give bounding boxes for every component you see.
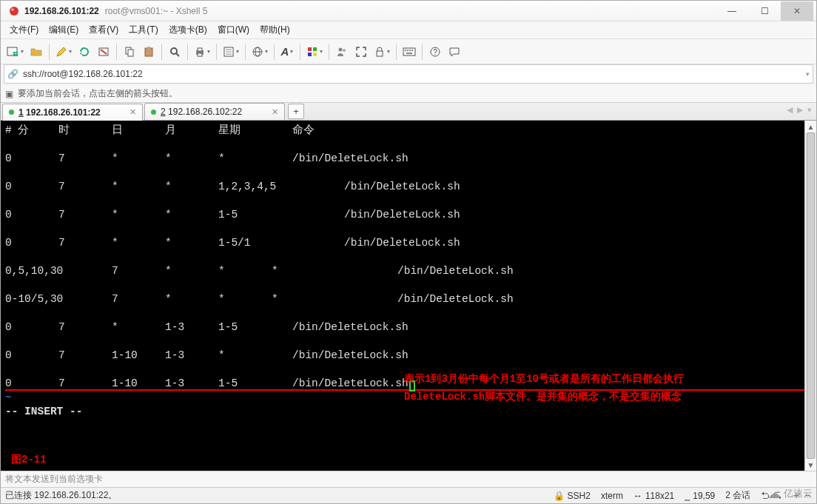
add-tab-button[interactable]: +	[288, 104, 304, 119]
input-prompt[interactable]: 将文本发送到当前选项卡	[1, 471, 816, 487]
svg-point-27	[339, 47, 343, 51]
maximize-button[interactable]: ☐	[748, 1, 781, 21]
svg-text:?: ?	[433, 48, 437, 56]
svg-line-12	[176, 53, 179, 56]
tab-next-icon[interactable]: ▶	[797, 105, 803, 115]
svg-rect-34	[411, 50, 413, 51]
lock-button[interactable]: ▾	[371, 42, 392, 61]
keyboard-button[interactable]	[400, 42, 418, 61]
status-dot-icon	[151, 110, 156, 115]
status-bar: 已连接 192.168.26.101:22。 🔒SSH2 xterm ↔ 118…	[1, 487, 816, 503]
chat-button[interactable]	[446, 42, 463, 61]
tab-2-close-icon[interactable]: ✕	[272, 107, 278, 117]
svg-rect-10	[147, 47, 150, 49]
color-button[interactable]: ▾	[304, 42, 325, 61]
help-button[interactable]: ?	[426, 42, 444, 61]
app-window: 192.168.26.101:22 root@vms001:~ - Xshell…	[0, 0, 817, 504]
svg-rect-26	[313, 53, 317, 56]
lock-icon: 🔒	[554, 491, 565, 501]
status-sessions: 2 会话	[725, 489, 750, 502]
toolbar: +▾ ▾ ▾ ▾ ▾ A▾ ▾ ▾ ?	[1, 39, 816, 64]
cron-row: 07***/bin/DeleteLock.sh	[5, 152, 804, 166]
svg-point-11	[171, 48, 177, 54]
status-arrows[interactable]: ⮌ ⮎	[761, 491, 781, 501]
reconnect-button[interactable]	[75, 42, 93, 61]
titlebar: 192.168.26.101:22 root@vms001:~ - Xshell…	[1, 1, 816, 21]
cron-row: 0-10/5,307***/bin/DeleteLock.sh	[5, 292, 804, 306]
menu-file[interactable]: 文件(F)	[5, 22, 43, 38]
fullscreen-button[interactable]	[352, 42, 370, 61]
svg-rect-35	[406, 53, 412, 54]
cron-row: 071-101-3*/bin/DeleteLock.sh	[5, 349, 804, 363]
tab-2[interactable]: 2 192.168.26.102:22 ✕	[144, 103, 285, 120]
prompt-text: 将文本发送到当前选项卡	[5, 473, 103, 485]
hint-bar: ▣ 要添加当前会话，点击左侧的箭头按钮。	[1, 85, 816, 103]
menu-tools[interactable]: 工具(T)	[124, 22, 162, 38]
app-icon	[8, 5, 20, 17]
minimize-button[interactable]: —	[716, 1, 748, 21]
svg-point-1	[11, 8, 14, 11]
annotation-text: 表示1到3月份中每个月1至10号或者是所有的工作日都会执行DeleteLock.…	[404, 371, 684, 406]
menu-tabs[interactable]: 选项卡(B)	[164, 22, 212, 38]
resize-icon: ↔	[633, 491, 642, 501]
tab-strip: 1 192.168.26.101:22 ✕ 2 192.168.26.102:2…	[1, 103, 816, 121]
address-text: ssh://root@192.168.26.101:22	[23, 69, 801, 79]
cron-row: 07**1,2,3,4,5/bin/DeleteLock.sh	[5, 180, 804, 194]
menu-edit[interactable]: 编辑(E)	[44, 22, 83, 38]
svg-rect-14	[198, 48, 202, 51]
users-button[interactable]	[333, 42, 351, 61]
tab-2-label: 2 192.168.26.102:22	[161, 107, 242, 117]
search-button[interactable]	[166, 42, 184, 61]
svg-rect-24	[313, 47, 317, 51]
scroll-down-icon[interactable]: ▼	[805, 459, 816, 471]
svg-rect-9	[145, 48, 152, 56]
tab-nav: ◀ ▶ ▾	[787, 105, 812, 115]
terminal-header-row: # 分时日月星期命令	[5, 124, 804, 138]
svg-rect-8	[128, 50, 133, 56]
paste-button[interactable]	[140, 42, 158, 61]
terminal[interactable]: # 分时日月星期命令07***/bin/DeleteLock.sh07**1,2…	[1, 121, 804, 471]
scrollbar[interactable]: ▲ ▼	[804, 121, 816, 471]
tab-prev-icon[interactable]: ◀	[787, 105, 793, 115]
cron-row: 07**1-5/1/bin/DeleteLock.sh	[5, 236, 804, 250]
status-zoom[interactable]: ＋ －	[792, 489, 812, 502]
svg-point-0	[10, 7, 19, 16]
tab-1[interactable]: 1 192.168.26.101:22 ✕	[2, 104, 143, 121]
cron-row: 0,5,10,307***/bin/DeleteLock.sh	[5, 264, 804, 278]
mode-row: -- INSERT --	[5, 405, 804, 419]
svg-point-28	[343, 49, 346, 52]
dropdown-icon[interactable]: ▾	[806, 70, 810, 78]
print-button[interactable]: ▾	[192, 42, 212, 61]
svg-rect-29	[377, 51, 383, 56]
svg-rect-23	[308, 47, 312, 51]
open-button[interactable]	[27, 42, 45, 61]
menu-window[interactable]: 窗口(W)	[213, 22, 254, 38]
status-connected: 已连接 192.168.26.101:22。	[5, 489, 117, 502]
svg-rect-25	[308, 53, 312, 56]
copy-button[interactable]	[121, 42, 138, 61]
cursor-icon: ⎯	[685, 491, 690, 501]
disconnect-button[interactable]	[95, 42, 112, 61]
edit-button[interactable]: ▾	[53, 42, 74, 61]
svg-rect-31	[405, 50, 406, 51]
close-button[interactable]: ✕	[781, 1, 813, 21]
address-bar[interactable]: 🔗 ssh://root@192.168.26.101:22 ▾	[4, 64, 813, 84]
bookmark-add-icon[interactable]: ▣	[5, 89, 13, 99]
globe-button[interactable]: ▾	[249, 42, 270, 61]
svg-rect-30	[403, 48, 415, 56]
menu-view[interactable]: 查看(V)	[84, 22, 123, 38]
svg-rect-33	[409, 50, 411, 51]
new-session-button[interactable]: +▾	[4, 42, 26, 61]
properties-button[interactable]: ▾	[221, 42, 241, 61]
svg-line-6	[101, 50, 107, 54]
status-proto: 🔒SSH2	[554, 491, 591, 501]
link-icon: 🔗	[7, 69, 19, 79]
status-size: ↔ 118x21	[633, 491, 674, 501]
tab-list-icon[interactable]: ▾	[807, 105, 812, 115]
tab-1-close-icon[interactable]: ✕	[130, 107, 136, 117]
svg-text:+: +	[14, 51, 17, 56]
menubar: 文件(F) 编辑(E) 查看(V) 工具(T) 选项卡(B) 窗口(W) 帮助(…	[1, 21, 816, 39]
font-button[interactable]: A▾	[278, 42, 296, 61]
menu-help[interactable]: 帮助(H)	[255, 22, 295, 38]
scroll-up-icon[interactable]: ▲	[805, 121, 816, 132]
